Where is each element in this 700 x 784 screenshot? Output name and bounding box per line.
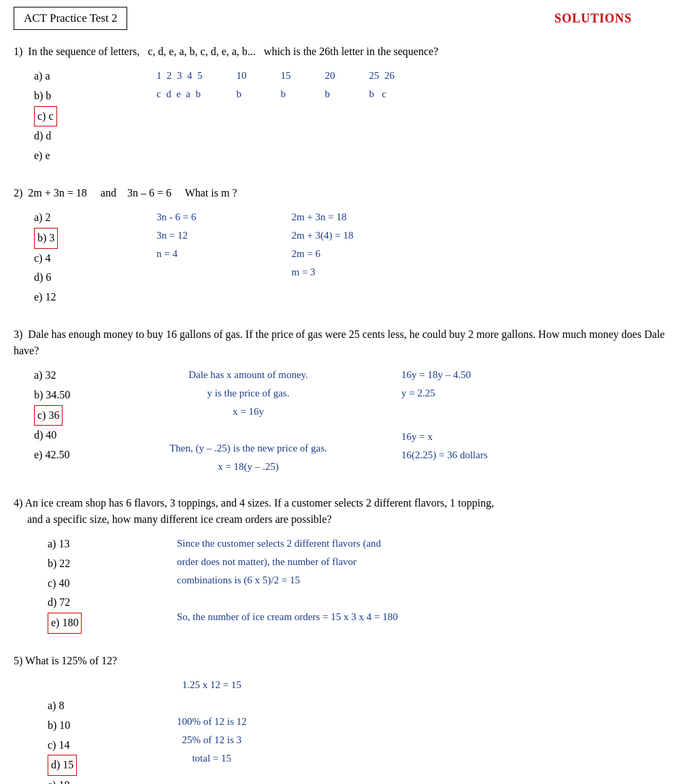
q4-option-a: a) 13 bbox=[48, 534, 122, 554]
question-1: 1) In the sequence of letters, c, d, e, … bbox=[14, 44, 686, 166]
question-4: 4) An ice cream shop has 6 flavors, 3 to… bbox=[14, 495, 686, 634]
q3-solution: Dale has x amount of money. y is the pri… bbox=[150, 366, 488, 476]
q3-options: a) 32 b) 34.50 c) 36 d) 40 e) 42.50 bbox=[34, 366, 109, 465]
solutions-label: SOLUTIONS bbox=[554, 12, 632, 26]
q3-option-d: d) 40 bbox=[34, 426, 109, 445]
question-2: 2) 2m + 3n = 18 and 3n – 6 = 6 What is m… bbox=[14, 185, 686, 307]
q1-option-b: b) b bbox=[34, 86, 116, 106]
q4-solution: Since the customer selects 2 different f… bbox=[177, 534, 398, 626]
q2-options: a) 2 b) 3 c) 4 d) 6 e) 12 bbox=[34, 208, 116, 307]
q1-number: 1) In the sequence of letters, c, d, e, … bbox=[14, 46, 438, 57]
q2-option-b: b) 3 bbox=[34, 228, 116, 249]
q4-option-d: d) 72 bbox=[48, 593, 122, 613]
q3-option-b: b) 34.50 bbox=[34, 386, 109, 405]
q1-options-row: a) a b) b c) c d) d e) e 1 2 3 4 5 c d e… bbox=[34, 67, 686, 166]
q4-option-b: b) 22 bbox=[48, 554, 122, 574]
test-title: ACT Practice Test 2 bbox=[14, 7, 127, 30]
q4-options: a) 13 b) 22 c) 40 d) 72 e) 180 bbox=[48, 534, 122, 634]
q1-option-e: e) e bbox=[34, 146, 116, 166]
question-3: 3) Dale has enough money to buy 16 gallo… bbox=[14, 326, 686, 476]
question-5: 5) What is 125% of 12? a) 8 b) 10 c) 14 … bbox=[14, 653, 686, 784]
q2-option-d: d) 6 bbox=[34, 268, 116, 288]
q3-option-e: e) 42.50 bbox=[34, 445, 109, 465]
q3-option-a: a) 32 bbox=[34, 366, 109, 386]
question-2-text: 2) 2m + 3n = 18 and 3n – 6 = 6 What is m… bbox=[14, 185, 686, 201]
question-4-text: 4) An ice cream shop has 6 flavors, 3 to… bbox=[14, 495, 686, 528]
q5-option-a: a) 8 bbox=[48, 696, 122, 716]
q1-option-c: c) c bbox=[34, 106, 116, 127]
q3-option-c: c) 36 bbox=[34, 405, 109, 426]
q1-options: a) a b) b c) c d) d e) e bbox=[34, 67, 116, 166]
q5-option-b: b) 10 bbox=[48, 716, 122, 736]
q2-solution: 3n - 6 = 6 3n = 12 n = 4 2m + 3n = 18 2m… bbox=[156, 208, 354, 282]
header: ACT Practice Test 2 SOLUTIONS bbox=[14, 7, 686, 30]
q5-option-e: e) 18 bbox=[48, 776, 122, 784]
q5-option-c: c) 14 bbox=[48, 736, 122, 755]
q1-option-a: a) a bbox=[34, 67, 116, 86]
q2-option-a: a) 2 bbox=[34, 208, 116, 228]
q4-option-e: e) 180 bbox=[48, 613, 122, 634]
q2-correct-box: b) 3 bbox=[34, 228, 58, 249]
q5-solution: 1.25 x 12 = 15 100% of 12 is 12 25% of 1… bbox=[177, 676, 247, 768]
q4-option-c: c) 40 bbox=[48, 574, 122, 594]
q3-correct-box: c) 36 bbox=[34, 405, 63, 426]
q1-solution: 1 2 3 4 5 c d e a b 10 b 15 b 20 b 25 26… bbox=[156, 67, 395, 103]
q5-options: a) 8 b) 10 c) 14 d) 15 e) 18 bbox=[48, 696, 122, 784]
q4-correct-box: e) 180 bbox=[48, 613, 82, 634]
question-3-text: 3) Dale has enough money to buy 16 gallo… bbox=[14, 326, 686, 359]
question-5-text: 5) What is 125% of 12? bbox=[14, 653, 686, 669]
q2-option-e: e) 12 bbox=[34, 288, 116, 307]
q2-option-c: c) 4 bbox=[34, 249, 116, 269]
q1-correct-box: c) c bbox=[34, 106, 57, 127]
question-1-text: 1) In the sequence of letters, c, d, e, … bbox=[14, 44, 686, 60]
q5-option-d: d) 15 bbox=[48, 755, 122, 776]
q1-option-d: d) d bbox=[34, 126, 116, 146]
q5-correct-box: d) 15 bbox=[48, 755, 77, 776]
